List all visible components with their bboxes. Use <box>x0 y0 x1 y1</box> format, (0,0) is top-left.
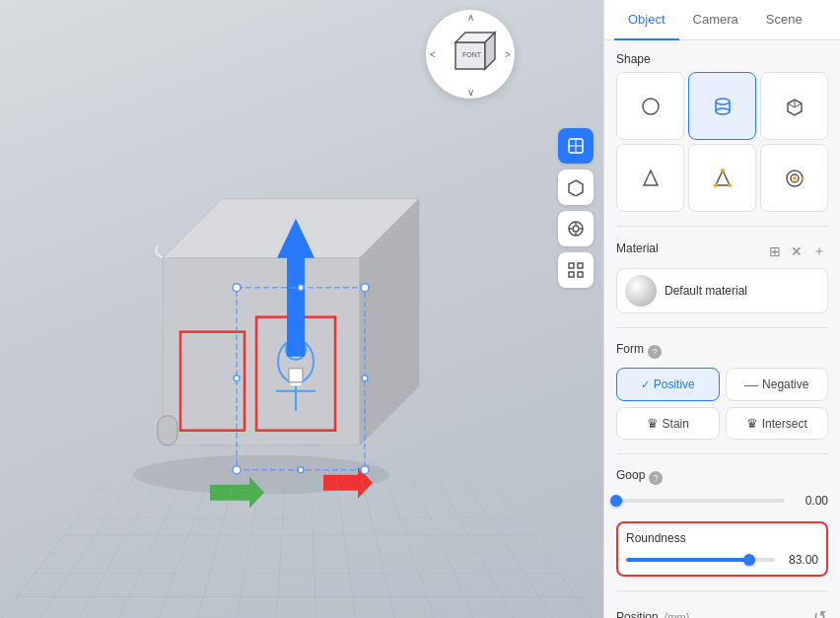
svg-point-45 <box>716 108 730 114</box>
grid-button[interactable] <box>558 252 594 288</box>
roundness-slider-row: 83.00 <box>626 553 818 567</box>
form-intersect-btn[interactable]: ♛ Intersect <box>726 407 829 440</box>
svg-text:FONT: FONT <box>462 51 482 58</box>
material-header: Material ⊞ ✕ ＋ <box>616 240 828 262</box>
goop-slider-row: 0.00 <box>616 494 828 508</box>
goop-label: Goop <box>616 468 645 482</box>
svg-point-55 <box>714 183 718 187</box>
roundness-track <box>626 558 775 562</box>
shape-label: Shape <box>616 52 828 66</box>
nav-right[interactable]: > <box>498 44 518 64</box>
form-intersect-label: Intersect <box>762 417 807 431</box>
svg-line-50 <box>788 103 795 107</box>
divider-1 <box>616 226 828 227</box>
form-negative-label: Negative <box>762 378 808 391</box>
svg-point-20 <box>234 375 240 380</box>
svg-rect-39 <box>569 263 574 268</box>
svg-rect-40 <box>578 263 583 268</box>
svg-rect-41 <box>569 272 574 277</box>
roundness-slider[interactable] <box>626 558 775 562</box>
form-help-icon[interactable]: ? <box>648 345 662 359</box>
svg-point-60 <box>801 176 804 179</box>
svg-point-21 <box>362 375 368 380</box>
svg-point-17 <box>361 283 369 291</box>
tab-camera[interactable]: Camera <box>679 0 752 40</box>
svg-rect-42 <box>578 272 583 277</box>
form-positive-label: Positive <box>654 378 695 391</box>
position-reset-btn[interactable]: ↺ <box>811 605 828 618</box>
shape-cone-btn[interactable] <box>616 144 684 212</box>
crown-icon-stain: ♛ <box>647 416 659 431</box>
position-header: Position (mm) ↺ <box>616 605 828 618</box>
svg-point-16 <box>233 283 241 291</box>
shape-grid <box>616 72 828 212</box>
wireframe-view-button[interactable] <box>558 170 594 205</box>
shape-cylinder-btn[interactable] <box>688 72 756 140</box>
form-negative-btn[interactable]: — Negative <box>726 368 829 401</box>
shape-target-btn[interactable] <box>760 144 828 212</box>
svg-point-19 <box>361 465 369 473</box>
svg-point-34 <box>573 226 579 232</box>
viewport[interactable]: ∧ ∨ < > FONT <box>0 0 603 618</box>
svg-marker-32 <box>569 180 583 196</box>
tabs: Object Camera Scene <box>604 0 840 40</box>
roundness-thumb[interactable] <box>743 554 755 566</box>
form-section: Form ? ✓ Positive — Negative ♛ Stain ♛ <box>616 342 828 440</box>
position-section: Position (mm) ↺ X Y Z <box>616 605 828 618</box>
material-add-btn[interactable]: ＋ <box>810 240 828 262</box>
roundness-value: 83.00 <box>783 553 818 567</box>
shape-circle-btn[interactable] <box>616 72 684 140</box>
panel-content: Shape <box>604 40 840 618</box>
target-button[interactable] <box>558 211 594 246</box>
svg-rect-11 <box>158 415 177 445</box>
goop-thumb[interactable] <box>610 495 622 507</box>
goop-slider[interactable] <box>616 499 785 503</box>
shape-cube-btn[interactable] <box>760 72 828 140</box>
roundness-section: Roundness 83.00 <box>616 521 828 577</box>
divider-3 <box>616 453 828 454</box>
shape-section: Shape <box>616 52 828 212</box>
svg-point-23 <box>298 466 304 472</box>
material-name: Default material <box>665 284 747 298</box>
svg-point-56 <box>728 183 732 187</box>
form-grid: ✓ Positive — Negative ♛ Stain ♛ Intersec… <box>616 368 828 440</box>
material-actions: ⊞ ✕ ＋ <box>767 240 828 262</box>
tab-object[interactable]: Object <box>614 0 679 40</box>
goop-value: 0.00 <box>793 494 828 508</box>
svg-point-22 <box>298 284 304 290</box>
svg-point-43 <box>643 99 659 114</box>
nav-up[interactable]: ∧ <box>460 7 480 27</box>
position-unit: (mm) <box>665 611 690 619</box>
tab-scene[interactable]: Scene <box>752 0 816 40</box>
form-positive-btn[interactable]: ✓ Positive <box>616 368 720 401</box>
material-grid-btn[interactable]: ⊞ <box>767 241 783 261</box>
svg-point-44 <box>716 99 730 104</box>
material-sphere <box>625 275 657 307</box>
check-icon: ✓ <box>641 378 650 391</box>
material-row[interactable]: Default material <box>616 268 828 313</box>
right-panel: Object Camera Scene Shape <box>603 0 840 618</box>
material-close-btn[interactable]: ✕ <box>789 241 805 261</box>
nav-down[interactable]: ∨ <box>460 82 480 102</box>
svg-line-51 <box>795 103 802 107</box>
material-label: Material <box>616 241 659 255</box>
goop-section: Goop ? 0.00 <box>616 468 828 508</box>
nav-gizmo[interactable]: ∧ ∨ < > FONT <box>426 10 515 99</box>
roundness-label: Roundness <box>626 531 818 545</box>
nav-left[interactable]: < <box>423 44 443 64</box>
svg-point-54 <box>721 169 725 172</box>
position-label: Position <box>616 610 659 619</box>
dash-icon: — <box>744 377 758 392</box>
viewport-toolbar <box>558 128 594 288</box>
divider-4 <box>616 590 828 591</box>
crown-icon-intersect: ♛ <box>746 416 758 431</box>
svg-marker-12 <box>210 476 264 508</box>
svg-rect-24 <box>289 368 303 381</box>
roundness-fill <box>626 558 749 562</box>
solid-view-button[interactable] <box>558 128 594 164</box>
form-stain-btn[interactable]: ♛ Stain <box>616 407 720 440</box>
shape-cone-crown-btn[interactable] <box>688 144 756 212</box>
goop-help-icon[interactable]: ? <box>649 471 663 485</box>
3d-scene <box>64 139 478 516</box>
svg-point-18 <box>233 465 241 473</box>
